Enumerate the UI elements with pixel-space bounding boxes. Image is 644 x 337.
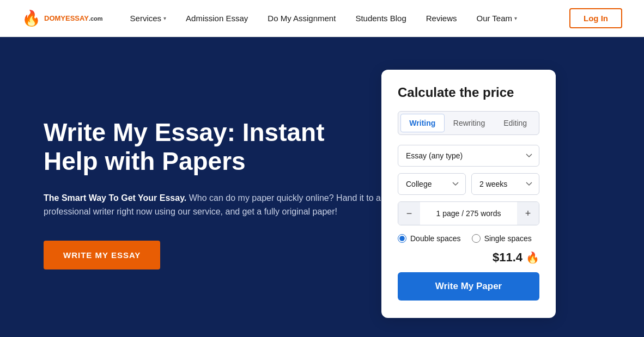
- double-spaces-label[interactable]: Double spaces: [398, 234, 461, 243]
- hero-cta-button[interactable]: WRITE MY ESSAY: [44, 241, 160, 269]
- increment-page-button[interactable]: +: [517, 202, 539, 225]
- calculator-tabs: Writing Rewriting Editing: [398, 111, 539, 135]
- deadline-select[interactable]: 3 hours 6 hours 12 hours 24 hours 2 days…: [471, 173, 539, 195]
- level-deadline-row: High School College University Masters P…: [398, 173, 539, 195]
- logo-icon: 🔥: [22, 9, 41, 27]
- decrement-page-button[interactable]: −: [398, 202, 420, 225]
- spacing-options: Double spaces Single spaces: [398, 234, 539, 243]
- navbar: 🔥 DOMYESSAY.com Services ▾ Admission Ess…: [0, 0, 644, 37]
- price-calculator: Calculate the price Writing Rewriting Ed…: [381, 70, 556, 318]
- chevron-down-icon-team: ▾: [514, 15, 517, 21]
- nav-item-blog[interactable]: Students Blog: [355, 14, 406, 23]
- single-spaces-radio[interactable]: [472, 234, 481, 243]
- page-counter: − 1 page / 275 words +: [398, 201, 539, 225]
- paper-type-select[interactable]: Essay (any type) Research Paper Coursewo…: [398, 145, 539, 167]
- price-display: $11.4 🔥: [398, 250, 539, 265]
- nav-item-team[interactable]: Our Team ▾: [476, 14, 517, 23]
- hero-section: Write My Essay: Instant Help with Papers…: [0, 37, 644, 337]
- tab-rewriting[interactable]: Rewriting: [448, 114, 491, 132]
- nav-links: Services ▾ Admission Essay Do My Assignm…: [130, 14, 569, 23]
- logo[interactable]: 🔥 DOMYESSAY.com: [22, 9, 103, 27]
- hero-description: The Smart Way To Get Your Essay. Who can…: [44, 191, 381, 219]
- tab-editing[interactable]: Editing: [494, 114, 537, 132]
- chevron-down-icon: ▾: [163, 15, 166, 21]
- academic-level-select[interactable]: High School College University Masters P…: [398, 173, 466, 195]
- nav-item-reviews[interactable]: Reviews: [426, 14, 457, 23]
- page-count-display: 1 page / 275 words: [420, 209, 517, 218]
- nav-item-assignment[interactable]: Do My Assignment: [268, 14, 336, 23]
- single-spaces-label[interactable]: Single spaces: [472, 234, 532, 243]
- tab-writing[interactable]: Writing: [400, 114, 445, 132]
- hero-content: Write My Essay: Instant Help with Papers…: [44, 118, 381, 269]
- nav-item-services[interactable]: Services ▾: [130, 14, 167, 23]
- submit-button[interactable]: Write My Paper: [398, 272, 539, 301]
- nav-item-admission[interactable]: Admission Essay: [186, 14, 248, 23]
- logo-text: DOMYESSAY.com: [44, 14, 103, 23]
- hero-title: Write My Essay: Instant Help with Papers: [44, 118, 381, 176]
- double-spaces-radio[interactable]: [398, 234, 406, 243]
- login-button[interactable]: Log In: [569, 8, 622, 28]
- fire-icon: 🔥: [526, 251, 539, 264]
- price-value: $11.4: [493, 250, 523, 265]
- calculator-title: Calculate the price: [398, 85, 539, 100]
